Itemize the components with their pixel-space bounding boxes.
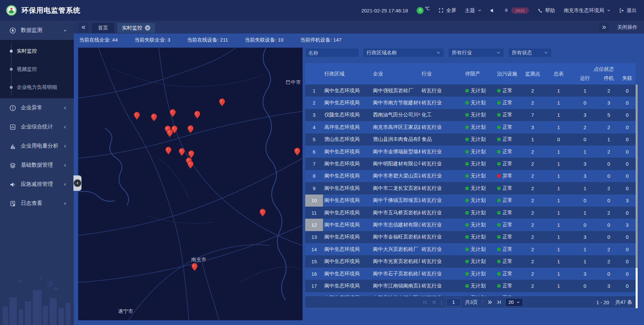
chevron-left-icon [63,125,67,129]
map-pin-icon[interactable] [167,129,173,137]
page-size-select[interactable]: 20 [505,298,523,307]
table-row[interactable]: 2阆中生态环境局阆中市南方节能建材有砖瓦行业无计划正常21030 [305,97,636,109]
table-row[interactable]: 8阆中生态环境局阆中市枣碧大梁山页岩砖瓦行业无计划异常21300 [305,170,636,182]
status-dot-icon [497,101,501,105]
cell-region: 营山生态环境局 [323,133,372,146]
table-row[interactable]: 7阆中生态环境局阆中明阳建材有限公司砖瓦行业无计划正常21300 [305,158,636,170]
map-pin-icon[interactable] [188,125,194,133]
table-row[interactable]: 10阆中生态环境局阆中千佛镇五郎垭页岩砖瓦行业无计划正常21003 [305,195,636,207]
prev-page-button[interactable] [432,300,437,305]
sidebar-subitem[interactable]: 视频监控 [0,60,74,78]
cell-industry: 砖瓦行业 [420,207,464,219]
stat-item: 当前停机设备: 147 [300,37,341,43]
cell-stop-status: 无计划 [464,85,496,97]
fullscreen-button[interactable]: 全屏 [438,7,456,14]
table-row[interactable]: 6阆中生态环境局阆中市金博瑞新型墙材砖瓦行业无计划正常21120 [305,146,636,158]
logout-button[interactable]: 退出 [619,7,637,14]
region-select[interactable]: 行政区域名称 [363,48,444,57]
gauge-icon [9,27,16,34]
sidebar-collapse-handle[interactable] [73,175,82,191]
cell-lost-count: 0 [619,158,636,170]
sidebar-item-emergency-reduction[interactable]: 应急减排管理 [0,175,74,194]
table-scrollbar[interactable] [636,85,638,308]
cell-company: 阆中市江南镇阆南页岩 [372,280,420,292]
map-pin-icon[interactable] [192,263,198,271]
table-row[interactable]: 5营山生态环境局营山县润丰肉食品有限食品无计划正常10010 [305,133,636,146]
cell-run-count: 0 [571,292,599,296]
sidebar-item-enterprise-statistics[interactable]: 企业综合统计 [0,117,74,137]
map-pin-icon[interactable] [219,99,225,106]
cell-meter-count: 1 [546,121,571,133]
cell-company: 阆中市南方节能建材有 [372,97,420,109]
double-chevron-left-icon [81,25,86,30]
tabs-scroll-left-button[interactable] [78,22,89,32]
help-button[interactable]: 帮助 [538,7,555,14]
page-number-input[interactable] [446,298,461,307]
status-dot-icon [465,113,469,117]
theme-dropdown[interactable]: 主题 [465,7,481,14]
map-pin-icon[interactable] [189,151,194,158]
close-operations-dropdown[interactable]: 关闭操作 [617,24,637,31]
sidebar-item-log-view[interactable]: 日志查看 [0,194,74,213]
next-page-button[interactable] [487,300,492,305]
map-pin-icon[interactable] [170,109,176,117]
table-row[interactable]: 12阆中生态环境局阆中市忠信建材有限公砖瓦行业无计划正常21003 [305,219,636,231]
sidebar-item-power-usage-analysis[interactable]: 企业用电量分析 [0,137,74,156]
map-pin-icon[interactable] [179,148,185,156]
cell-lost-count: 0 [619,85,636,97]
sidebar-subitem[interactable]: 实时监控 [0,42,74,60]
table-row[interactable]: 14阆中生态环境局阆中大兴页岩机砖厂砖瓦行业无计划正常21120 [305,243,636,255]
timeline-dot-icon [10,86,13,89]
sidebar-item-data-monitor[interactable]: 数据监测 [0,21,74,40]
first-page-button[interactable] [423,300,428,305]
cell-facility-status: 正常 [496,182,519,194]
map-pin-icon[interactable] [166,147,171,155]
cell-run-count: 1 [571,243,599,255]
org-user-dropdown[interactable]: 南充市生态环境局 [564,7,610,14]
tabs-scroll-right-button[interactable] [599,22,609,32]
table-row[interactable]: 16阆中生态环境局阆中市石子页岩机砖厂砖瓦行业无计划正常21300 [305,268,636,280]
last-page-button[interactable] [496,300,501,305]
table-row[interactable]: 17阆中生态环境局阆中市江南镇阆南页岩砖瓦行业无计划正常21030 [305,280,636,292]
name-search-input[interactable] [305,48,359,57]
map-pin-icon[interactable] [294,148,300,156]
industry-select[interactable]: 所有行业 [448,48,504,57]
map-pin-icon[interactable] [260,209,266,217]
scrollbar-thumb[interactable] [636,85,638,268]
table-row[interactable]: 18南部生态环境局南部县砂华土河有限公砖瓦行业无计划正常21030 [305,292,636,296]
status-dot-icon [497,223,501,227]
table-row[interactable]: 3仪陇生态环境局西南油气田分公司川中化工无计划正常71350 [305,109,636,121]
cell-facility-status: 正常 [496,243,519,255]
close-tab-icon[interactable]: ✕ [145,25,150,31]
map[interactable]: 巴中市南充市遂宁市 [78,48,303,320]
status-select[interactable]: 所有状态 [508,48,552,57]
table-row[interactable]: 11阆中生态环境局阆中市五马桥页岩机砖砖瓦行业无计划正常21120 [305,207,636,219]
double-chevron-right-icon [602,25,606,30]
table-row[interactable]: 9阆中生态环境局阆中市二龙长宝页岩砖砖瓦行业无计划正常21120 [305,182,636,194]
mute-speaker-button[interactable] [490,8,495,13]
map-pin-icon[interactable] [134,112,140,120]
tab-home[interactable]: 首页 [92,23,114,33]
col-monitor-points: 监测点 [519,63,546,85]
map-pin-icon[interactable] [151,114,157,121]
map-pin-icon[interactable] [188,161,194,169]
tab-realtime-monitor[interactable]: 实时监控 ✕ [117,23,155,33]
table-row[interactable]: 15阆中生态环境局阆中市光富页岩机砖厂砖瓦行业无计划正常21120 [305,255,636,267]
cell-run-count: 1 [571,85,599,97]
cell-lost-count: 0 [619,231,636,243]
notification-area[interactable]: 2632 [504,7,529,14]
status-dot-icon [465,125,469,129]
sidebar-item-enterprise-abnormal[interactable]: 企业异常 [0,98,74,117]
notification-count-badge[interactable]: 2632 [511,7,529,14]
col-pollution-facility: 治污设施 [496,63,519,85]
sidebar-item-base-data-management[interactable]: 基础数据管理 [0,156,74,175]
sidebar-subitem[interactable]: 企业电力负荷明细 [0,78,74,96]
cell-company: 阆中市石子页岩机砖厂 [372,268,420,280]
table-row[interactable]: 1阆中生态环境局阆中强锐页岩砖厂砖瓦行业无计划正常21120 [305,85,636,97]
table-row[interactable]: 13阆中生态环境局阆中市金福旺页岩机砖砖瓦行业无计划正常21300 [305,231,636,243]
cell-meter-count: 1 [546,255,571,267]
cell-run-count: 1 [571,207,599,219]
map-pin-icon[interactable] [195,111,200,119]
table-row[interactable]: 4高坪生态环境局南充市高坪区王家店建砖瓦行业无计划正常31220 [305,121,636,133]
cell-lost-count: 0 [619,268,636,280]
